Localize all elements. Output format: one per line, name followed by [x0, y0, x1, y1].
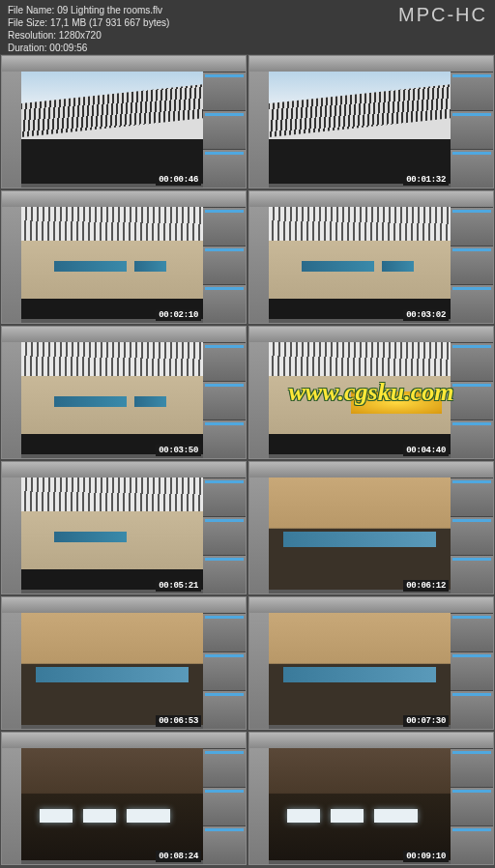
ps-toolbar — [2, 748, 21, 864]
thumbnail[interactable]: 00:00:46 — [1, 55, 247, 188]
resolution-value: 1280x720 — [59, 30, 102, 41]
ps-panels — [451, 72, 493, 188]
canvas — [21, 207, 203, 319]
ps-menubar — [2, 733, 246, 748]
ps-panels — [203, 477, 246, 593]
canvas — [269, 477, 451, 590]
ps-toolbar — [2, 477, 21, 593]
ps-menubar — [2, 327, 246, 342]
timestamp: 00:07:30 — [403, 715, 449, 727]
canvas — [21, 342, 203, 454]
ps-panels — [203, 613, 246, 729]
ps-panels — [451, 207, 493, 323]
ps-menubar — [249, 191, 493, 207]
file-name-label: File Name: — [8, 5, 54, 15]
timestamp: 00:05:21 — [156, 580, 201, 592]
ps-panels — [203, 72, 246, 188]
ps-toolbar — [2, 342, 21, 458]
watermark: www.cgsku.com — [289, 378, 454, 407]
canvas — [21, 748, 203, 860]
timestamp: 00:06:53 — [156, 715, 201, 727]
ps-toolbar — [249, 342, 269, 458]
thumbnail[interactable]: 00:05:21 — [1, 461, 247, 594]
duration-label: Duration: — [8, 43, 47, 53]
timestamp: 00:03:02 — [403, 309, 449, 321]
thumbnail[interactable]: 00:06:53 — [1, 596, 247, 730]
thumbnail[interactable]: 00:07:30 — [248, 596, 494, 730]
ps-toolbar — [249, 207, 269, 323]
ps-panels — [451, 477, 493, 593]
ps-toolbar — [249, 477, 269, 593]
duration-value: 00:09:56 — [49, 43, 87, 53]
app-title: MPC-HC — [398, 4, 487, 26]
ps-menubar — [2, 597, 246, 613]
file-name-value: 09 Lighting the rooms.flv — [57, 5, 162, 15]
timestamp: 00:08:24 — [156, 851, 201, 862]
ps-menubar — [2, 462, 246, 477]
thumbnail-grid: 00:00:46 00:01:32 00:02:10 00:03:02 — [0, 54, 495, 866]
timestamp: 00:04:40 — [403, 445, 449, 456]
ps-toolbar — [249, 613, 269, 729]
canvas — [21, 477, 203, 590]
ps-panels — [203, 207, 246, 323]
ps-toolbar — [2, 613, 21, 729]
ps-menubar — [2, 56, 246, 72]
timestamp: 00:02:10 — [156, 309, 201, 321]
ps-menubar — [249, 733, 493, 748]
ps-toolbar — [249, 748, 269, 864]
file-info-block: File Name: 09 Lighting the rooms.flv Fil… — [8, 4, 169, 54]
timestamp: 00:00:46 — [156, 174, 201, 186]
thumbnail[interactable]: 00:08:24 — [1, 732, 247, 865]
timestamp: 00:09:10 — [403, 851, 449, 862]
thumbnail[interactable]: 00:06:12 — [248, 461, 494, 594]
canvas — [21, 613, 203, 725]
ps-panels — [451, 613, 493, 729]
ps-panels — [203, 748, 246, 864]
timestamp: 00:01:32 — [403, 174, 449, 186]
ps-panels — [203, 342, 246, 458]
ps-menubar — [2, 191, 246, 207]
canvas — [21, 72, 203, 184]
info-header: File Name: 09 Lighting the rooms.flv Fil… — [0, 0, 495, 54]
thumbnail[interactable]: 00:01:32 — [248, 55, 494, 188]
ps-menubar — [249, 462, 493, 477]
ps-panels — [451, 748, 493, 864]
timestamp: 00:03:50 — [156, 445, 201, 456]
timestamp: 00:06:12 — [403, 580, 449, 592]
ps-panels — [451, 342, 493, 458]
canvas — [269, 72, 451, 184]
canvas — [269, 207, 451, 319]
thumbnail[interactable]: 00:09:10 — [248, 732, 494, 865]
ps-menubar — [249, 597, 493, 613]
ps-toolbar — [249, 72, 269, 188]
thumbnail[interactable]: 00:04:40 www.cgsku.com — [248, 326, 494, 459]
file-size-value: 17,1 MB (17 931 667 bytes) — [50, 17, 169, 28]
thumbnail[interactable]: 00:02:10 — [1, 190, 247, 324]
thumbnail[interactable]: 00:03:50 — [1, 326, 247, 459]
ps-menubar — [249, 327, 493, 342]
canvas — [269, 613, 451, 725]
resolution-label: Resolution: — [8, 30, 56, 41]
ps-toolbar — [2, 72, 21, 188]
file-size-label: File Size: — [8, 17, 47, 28]
thumbnail[interactable]: 00:03:02 — [248, 190, 494, 324]
ps-toolbar — [2, 207, 21, 323]
canvas — [269, 748, 451, 860]
ps-menubar — [249, 56, 493, 72]
